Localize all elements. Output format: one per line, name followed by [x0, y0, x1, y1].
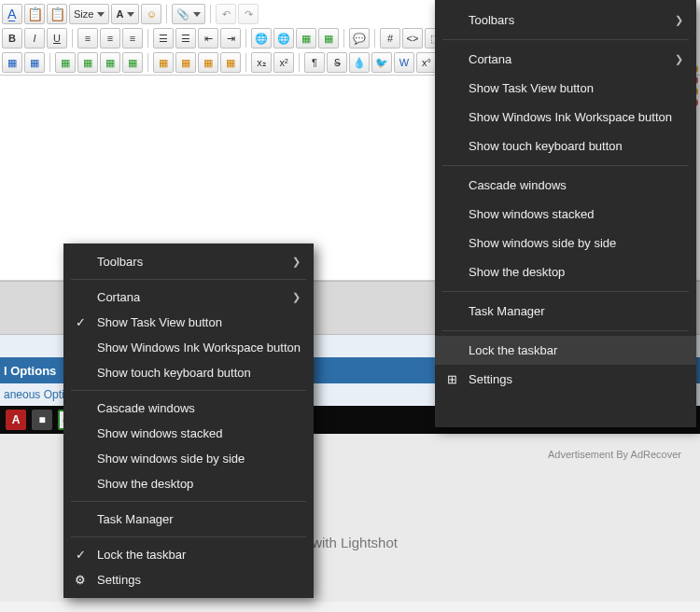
menu-separator: [71, 501, 306, 502]
unlink-icon[interactable]: 🌐: [273, 28, 294, 49]
check-icon: ✓: [73, 548, 88, 562]
menu-item-cortana[interactable]: Cortana❯: [63, 285, 314, 310]
menu-item-toolbars[interactable]: Toolbars❯: [435, 6, 696, 35]
drop-icon[interactable]: 💧: [349, 52, 370, 73]
menu-item-show-task-view-button[interactable]: ✓Show Task View button: [63, 310, 314, 335]
menu-item-show-windows-ink-workspace-button[interactable]: Show Windows Ink Workspace button: [435, 103, 696, 132]
emoji-icon[interactable]: ☺: [141, 4, 161, 24]
menu-item-label: Show Task View button: [97, 315, 222, 329]
align-right-icon[interactable]: ≡: [122, 28, 143, 49]
caret-down-icon: [127, 12, 134, 17]
clear-icon[interactable]: x°: [416, 52, 437, 73]
list-ol-icon[interactable]: ☰: [153, 28, 174, 49]
menu-item-label: Settings: [469, 372, 512, 386]
menu-separator: [71, 279, 306, 280]
table-icon[interactable]: ▦: [220, 52, 241, 73]
font-dropdown[interactable]: A: [111, 4, 139, 24]
menu-item-label: Task Manager: [469, 304, 545, 318]
align-center-icon[interactable]: ≡: [100, 28, 120, 49]
caret-down-icon: [97, 12, 105, 17]
size-label: Size: [74, 8, 93, 20]
strike-icon[interactable]: S̶: [327, 52, 347, 73]
menu-item-lock-the-taskbar[interactable]: ✓Lock the taskbar: [63, 542, 314, 567]
menu-item-cortana[interactable]: Cortana❯: [435, 45, 696, 74]
menu-item-label: Cortana: [469, 52, 511, 66]
superscript-icon[interactable]: x²: [273, 52, 294, 73]
gear-icon: ⚙: [73, 573, 88, 587]
menu-item-show-windows-ink-workspace-button[interactable]: Show Windows Ink Workspace button: [63, 335, 314, 360]
undo-icon[interactable]: ↶: [216, 4, 236, 24]
link-icon[interactable]: 🌐: [251, 28, 272, 49]
a-label: A: [116, 8, 123, 20]
menu-item-show-windows-stacked[interactable]: Show windows stacked: [435, 200, 696, 229]
chevron-right-icon: ❯: [637, 14, 683, 26]
menu-item-show-windows-side-by-side[interactable]: Show windows side by side: [435, 229, 696, 257]
paste-icon[interactable]: 📋: [47, 4, 67, 24]
menu-item-label: Show Task View button: [469, 81, 594, 95]
menu-item-task-manager[interactable]: Task Manager: [63, 507, 314, 532]
twitter-icon[interactable]: 🐦: [371, 52, 392, 73]
menu-item-toolbars[interactable]: Toolbars❯: [63, 249, 314, 274]
table-icon[interactable]: ▦: [153, 52, 174, 73]
align-left-icon[interactable]: ≡: [77, 28, 98, 49]
hash-icon[interactable]: #: [380, 28, 400, 49]
outdent-icon[interactable]: ⇤: [198, 28, 218, 49]
menu-item-show-touch-keyboard-button[interactable]: Show touch keyboard button: [435, 132, 696, 160]
menu-separator: [442, 291, 689, 292]
menu-item-show-the-desktop[interactable]: Show the desktop: [63, 471, 314, 496]
paragraph-icon[interactable]: ¶: [304, 52, 325, 73]
menu-item-settings[interactable]: ⊞Settings: [435, 365, 696, 394]
table-icon[interactable]: ▦: [122, 52, 143, 73]
menu-item-show-task-view-button[interactable]: Show Task View button: [435, 74, 696, 103]
menu-item-label: Show Windows Ink Workspace button: [469, 110, 672, 124]
ad-label: Advertisement By AdRecover: [548, 449, 681, 460]
suboptions-label: aneous Optio: [4, 388, 70, 401]
table-icon[interactable]: ▦: [2, 52, 22, 73]
redo-icon[interactable]: ↷: [238, 4, 259, 24]
underline-icon[interactable]: U: [47, 28, 67, 49]
taskbar-context-menu-b: Toolbars❯Cortana❯Show Task View buttonSh…: [435, 0, 696, 427]
caret-down-icon: [193, 12, 201, 17]
italic-icon[interactable]: I: [24, 28, 45, 49]
menu-item-label: Cascade windows: [469, 178, 567, 192]
task-icon[interactable]: A: [6, 410, 26, 430]
code-icon[interactable]: <>: [402, 28, 423, 49]
subscript-icon[interactable]: x₂: [251, 52, 272, 73]
menu-separator: [442, 330, 689, 331]
menu-item-show-the-desktop[interactable]: Show the desktop: [435, 257, 696, 286]
table-icon[interactable]: ▦: [175, 52, 196, 73]
chevron-right-icon: ❯: [637, 53, 683, 65]
menu-item-cascade-windows[interactable]: Cascade windows: [435, 171, 696, 200]
menu-item-label: Show the desktop: [97, 477, 193, 491]
menu-separator: [442, 165, 689, 166]
word-icon[interactable]: W: [394, 52, 414, 73]
indent-icon[interactable]: ⇥: [220, 28, 241, 49]
table-icon[interactable]: ▦: [24, 52, 45, 73]
format-icon[interactable]: A̲: [2, 4, 22, 24]
table-icon[interactable]: ▦: [198, 52, 218, 73]
menu-item-cascade-windows[interactable]: Cascade windows: [63, 396, 314, 421]
comment-icon[interactable]: 💬: [349, 28, 370, 49]
size-dropdown[interactable]: Size: [69, 4, 109, 24]
attach-dropdown[interactable]: 📎: [172, 4, 205, 24]
menu-item-show-windows-side-by-side[interactable]: Show windows side by side: [63, 446, 314, 471]
menu-item-label: Show windows side by side: [469, 236, 616, 250]
menu-separator: [442, 39, 689, 40]
menu-item-show-windows-stacked[interactable]: Show windows stacked: [63, 421, 314, 446]
menu-separator: [71, 390, 306, 391]
menu-item-task-manager[interactable]: Task Manager: [435, 297, 696, 326]
image-icon[interactable]: ▦: [296, 28, 316, 49]
options-label: l Options: [4, 364, 56, 378]
menu-item-settings[interactable]: ⚙Settings: [63, 567, 314, 592]
bold-icon[interactable]: B: [2, 28, 22, 49]
media-icon[interactable]: ▦: [318, 28, 339, 49]
menu-item-label: Toolbars: [469, 13, 514, 27]
table-icon[interactable]: ▦: [55, 52, 76, 73]
menu-item-lock-the-taskbar[interactable]: Lock the taskbar: [435, 336, 696, 365]
paste-icon[interactable]: 📋: [24, 4, 45, 24]
table-icon[interactable]: ▦: [77, 52, 98, 73]
table-icon[interactable]: ▦: [100, 52, 120, 73]
task-icon[interactable]: ■: [32, 410, 52, 430]
menu-item-show-touch-keyboard-button[interactable]: Show touch keyboard button: [63, 360, 314, 385]
list-ul-icon[interactable]: ☰: [175, 28, 196, 49]
